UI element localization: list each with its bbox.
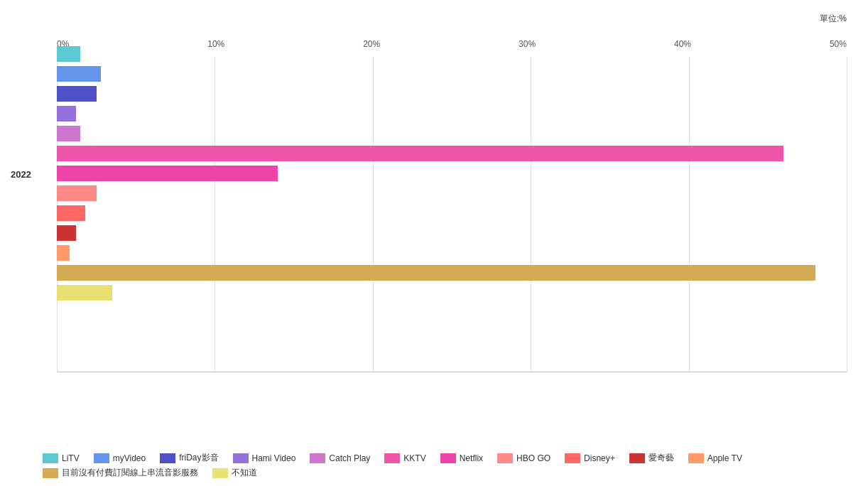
legend-item-Netflix: Netflix — [440, 453, 483, 463]
legend-item-Apple TV: Apple TV — [688, 453, 742, 463]
legend-swatch — [212, 468, 228, 478]
chart-container: 單位:% 0%10%20%30%40%50% 2022 LiTVmyVideof… — [0, 0, 868, 486]
legend-item-不知道: 不知道 — [212, 467, 257, 479]
legend-swatch — [384, 453, 400, 463]
legend-item-Catch Play: Catch Play — [310, 453, 370, 463]
legend-label: LiTV — [62, 453, 80, 463]
bar-KKTV — [57, 146, 783, 161]
bar-HBO-GO — [57, 185, 97, 201]
legend-label: Disney+ — [584, 453, 615, 463]
legend-swatch — [43, 453, 58, 463]
legend-item-Hami Video: Hami Video — [233, 453, 296, 463]
bar-Disney+ — [57, 205, 85, 221]
bar-Hami-Video — [57, 106, 76, 122]
bar-愛奇藝 — [57, 225, 76, 241]
legend-swatch — [440, 453, 456, 463]
chart-area: 0%10%20%30%40%50% 2022 — [57, 39, 847, 372]
year-label: 2022 — [11, 169, 31, 180]
legend: LiTVmyVideofriDay影音Hami VideoCatch PlayK… — [43, 452, 854, 479]
legend-label: Catch Play — [329, 453, 370, 463]
bar-friDay影音 — [57, 86, 97, 102]
bar-Apple-TV — [57, 245, 70, 261]
bar-不知道 — [57, 285, 112, 301]
legend-swatch — [94, 453, 109, 463]
bar-Catch-Play — [57, 126, 80, 141]
legend-label: friDay影音 — [179, 452, 218, 464]
bar-myVideo — [57, 66, 101, 82]
legend-label: myVideo — [113, 453, 146, 463]
legend-swatch — [233, 453, 249, 463]
legend-label: Netflix — [460, 453, 483, 463]
legend-label: HBO GO — [516, 453, 550, 463]
legend-label: Hami Video — [252, 453, 296, 463]
grid-line — [847, 57, 847, 372]
legend-swatch — [629, 453, 645, 463]
legend-label: Apple TV — [707, 453, 742, 463]
legend-item-Disney+: Disney+ — [565, 453, 615, 463]
legend-label: KKTV — [403, 453, 425, 463]
legend-item-myVideo: myVideo — [94, 453, 146, 463]
bar-Netflix — [57, 166, 278, 181]
legend-swatch — [160, 453, 175, 463]
legend-item-LiTV: LiTV — [43, 453, 80, 463]
legend-item-愛奇藝: 愛奇藝 — [629, 452, 674, 464]
legend-label: 目前沒有付費訂閱線上串流音影服務 — [62, 467, 198, 479]
legend-swatch — [43, 468, 58, 478]
legend-item-HBO GO: HBO GO — [497, 453, 550, 463]
legend-swatch — [497, 453, 513, 463]
legend-item-目前沒有付費訂閱線上串流音影服務: 目前沒有付費訂閱線上串流音影服務 — [43, 467, 198, 479]
bar-目前沒有付費訂閱線上串流音影服務 — [57, 265, 815, 281]
legend-swatch — [310, 453, 325, 463]
legend-label: 不知道 — [232, 467, 257, 479]
legend-swatch — [565, 453, 580, 463]
bar-LiTV — [57, 46, 80, 62]
bar-group: 2022 — [57, 39, 847, 372]
legend-label: 愛奇藝 — [649, 452, 674, 464]
legend-swatch — [688, 453, 704, 463]
legend-item-KKTV: KKTV — [384, 453, 425, 463]
legend-item-friDay影音: friDay影音 — [160, 452, 218, 464]
unit-label: 單位:% — [820, 13, 847, 25]
